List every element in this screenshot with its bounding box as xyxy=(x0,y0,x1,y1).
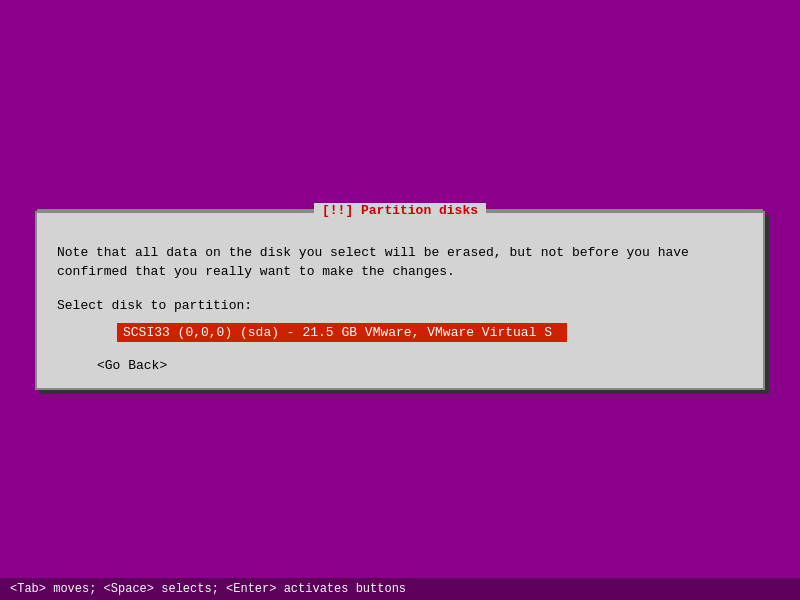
disk-item[interactable]: SCSI33 (0,0,0) (sda) - 21.5 GB VMware, V… xyxy=(117,323,567,342)
title-bar-line-left xyxy=(37,209,314,211)
disk-list: SCSI33 (0,0,0) (sda) - 21.5 GB VMware, V… xyxy=(57,323,743,342)
screen: [!!] Partition disks Note that all data … xyxy=(0,0,800,600)
dialog-title: [!!] Partition disks xyxy=(314,203,486,218)
status-text: <Tab> moves; <Space> selects; <Enter> ac… xyxy=(10,582,406,596)
select-label: Select disk to partition: xyxy=(57,298,743,313)
dialog-box: [!!] Partition disks Note that all data … xyxy=(35,211,765,390)
description-text: Note that all data on the disk you selec… xyxy=(57,243,743,282)
dialog-content: Note that all data on the disk you selec… xyxy=(37,223,763,388)
title-bar-line-right xyxy=(486,209,763,211)
title-bar: [!!] Partition disks xyxy=(37,203,763,218)
go-back-button[interactable]: <Go Back> xyxy=(97,358,743,373)
status-bar: <Tab> moves; <Space> selects; <Enter> ac… xyxy=(0,578,800,600)
